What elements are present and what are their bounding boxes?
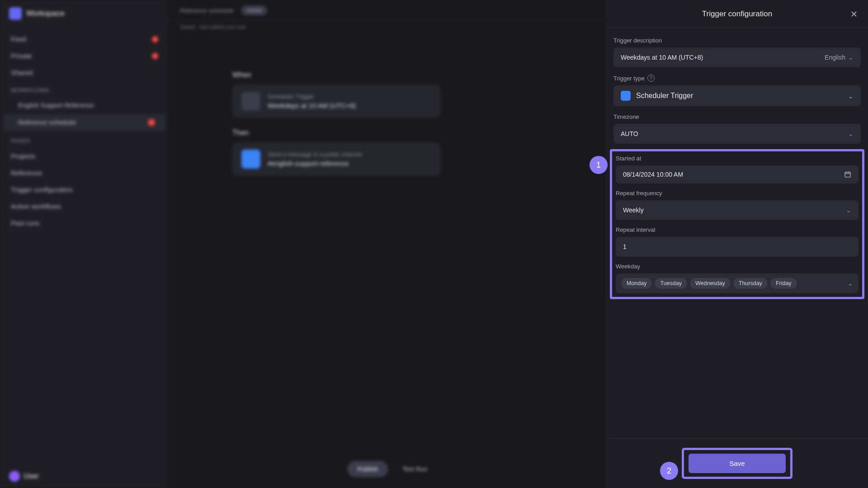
field-label: Started at <box>616 155 859 162</box>
page-item[interactable]: Trigger configuration <box>0 181 169 198</box>
weekday-chip[interactable]: Thursday <box>733 278 768 289</box>
unread-badge <box>152 53 158 59</box>
section-workflows-label: WORKFLOWS <box>0 81 169 97</box>
weekday-chip[interactable]: Monday <box>621 278 652 289</box>
timezone-value: AUTO <box>621 130 638 137</box>
panel-title: Trigger configuration <box>702 9 772 19</box>
timezone-field: Timezone AUTO ⌄ <box>613 113 861 144</box>
workspace-switcher[interactable]: Workspace <box>0 0 169 27</box>
trigger-type-select[interactable]: Scheduler Trigger ⌄ <box>613 85 861 106</box>
calendar-icon <box>844 171 851 178</box>
interval-value: 1 <box>623 243 627 250</box>
weekday-field: Weekday Monday Tuesday Wednesday Thursda… <box>616 263 859 293</box>
status-pill: Active <box>241 5 267 15</box>
trigger-description-field: Trigger description Weekdays at 10 AM (U… <box>613 37 861 67</box>
weekday-select[interactable]: Monday Tuesday Wednesday Thursday Friday… <box>616 273 859 293</box>
timezone-select[interactable]: AUTO ⌄ <box>613 124 861 144</box>
channel-icon <box>241 150 260 169</box>
field-label: Repeat frequency <box>616 190 859 197</box>
user-name: User <box>24 472 39 480</box>
alert-badge <box>148 119 155 126</box>
panel-footer: Save <box>606 438 868 488</box>
bottom-bar: Publish Test Run <box>347 461 427 477</box>
started-at-input[interactable]: 08/14/2024 10:00 AM <box>616 165 859 183</box>
workflow-item-active[interactable]: Reference scheduler <box>4 114 165 131</box>
trigger-type-field: Trigger type ? Scheduler Trigger ⌄ <box>613 75 861 106</box>
callout-badge-2: 2 <box>660 462 678 480</box>
started-at-field: Started at 08/14/2024 10:00 AM <box>616 155 859 183</box>
field-label: Weekday <box>616 263 859 270</box>
schedule-settings-highlight: Started at 08/14/2024 10:00 AM Repeat fr… <box>610 149 864 299</box>
trigger-type-value: Scheduler Trigger <box>636 92 842 100</box>
field-label: Repeat interval <box>616 226 859 233</box>
chevron-down-icon: ⌄ <box>846 206 851 214</box>
weekday-chip[interactable]: Friday <box>770 278 797 289</box>
repeat-frequency-field: Repeat frequency Weekly ⌄ <box>616 190 859 220</box>
info-icon[interactable]: ? <box>647 75 655 82</box>
chevron-down-icon: ⌄ <box>848 92 854 100</box>
chevron-down-icon: ⌄ <box>848 130 854 137</box>
interval-input[interactable]: 1 <box>616 237 859 257</box>
node-subtitle: Weekdays at 10 AM (UTC+8) <box>268 102 356 109</box>
scheduler-icon <box>621 91 631 101</box>
sidebar-item-shared[interactable]: Shared <box>0 64 169 81</box>
field-label: Trigger type ? <box>613 75 861 82</box>
page-item[interactable]: Reference <box>0 164 169 181</box>
publish-button[interactable]: Publish <box>347 461 388 477</box>
close-button[interactable] <box>847 7 861 21</box>
main-header: Reference scheduler Active <box>169 0 606 21</box>
repeat-interval-field: Repeat interval 1 <box>616 226 859 257</box>
then-label: Then <box>232 129 542 137</box>
sidebar-item-private[interactable]: Private <box>0 47 169 64</box>
language-selector[interactable]: English ⌄ <box>825 54 854 61</box>
workspace-name: Workspace <box>26 9 65 18</box>
save-button[interactable]: Save <box>689 454 786 473</box>
frequency-select[interactable]: Weekly ⌄ <box>616 200 859 220</box>
saved-hint: Saved · last edited just now <box>169 21 606 33</box>
test-run-button[interactable]: Test Run <box>402 465 427 473</box>
close-icon <box>850 10 858 18</box>
callout-badge-1: 1 <box>590 156 608 174</box>
user-avatar <box>9 471 20 482</box>
action-node[interactable]: Send a message in a public channel #engl… <box>232 142 440 176</box>
weekday-chips: Monday Tuesday Wednesday Thursday Friday <box>621 278 797 289</box>
page-item[interactable]: Active workflows <box>0 198 169 215</box>
frequency-value: Weekly <box>623 206 644 214</box>
started-at-value: 08/14/2024 10:00 AM <box>623 171 683 178</box>
breadcrumb[interactable]: Reference scheduler <box>180 7 234 14</box>
chevron-down-icon: ⌄ <box>848 280 853 287</box>
weekday-chip[interactable]: Tuesday <box>655 278 687 289</box>
save-highlight: Save <box>682 448 793 479</box>
weekday-chip[interactable]: Wednesday <box>690 278 731 289</box>
chevron-down-icon: ⌄ <box>848 54 854 61</box>
user-footer[interactable]: User <box>0 465 169 488</box>
sidebar-item-feed[interactable]: Feed <box>0 31 169 47</box>
scheduler-icon <box>241 92 260 111</box>
trigger-node[interactable]: Scheduler Trigger Weekdays at 10 AM (UTC… <box>232 84 440 118</box>
description-input[interactable]: Weekdays at 10 AM (UTC+8) English ⌄ <box>613 47 861 67</box>
sidebar: Workspace Feed Private Shared WORKFLOWS … <box>0 0 169 488</box>
workflow-group[interactable]: English Support Reference <box>0 97 169 113</box>
trigger-config-panel: Trigger configuration Trigger descriptio… <box>606 0 868 488</box>
description-value: Weekdays at 10 AM (UTC+8) <box>621 54 703 61</box>
panel-header: Trigger configuration <box>606 0 868 28</box>
svg-rect-0 <box>845 172 850 177</box>
workspace-avatar <box>9 7 22 20</box>
field-label: Trigger description <box>613 37 861 44</box>
page-item[interactable]: Projects <box>0 148 169 164</box>
node-title: Scheduler Trigger <box>268 93 356 100</box>
page-item[interactable]: Past runs <box>0 215 169 231</box>
unread-badge <box>152 36 158 42</box>
node-subtitle: #english-support-reference <box>268 160 362 167</box>
canvas-area: Reference scheduler Active Saved · last … <box>169 0 606 488</box>
field-label: Timezone <box>613 113 861 120</box>
when-label: When <box>232 71 542 79</box>
node-title: Send a message in a public channel <box>268 151 362 158</box>
section-pages-label: PAGES <box>0 131 169 148</box>
